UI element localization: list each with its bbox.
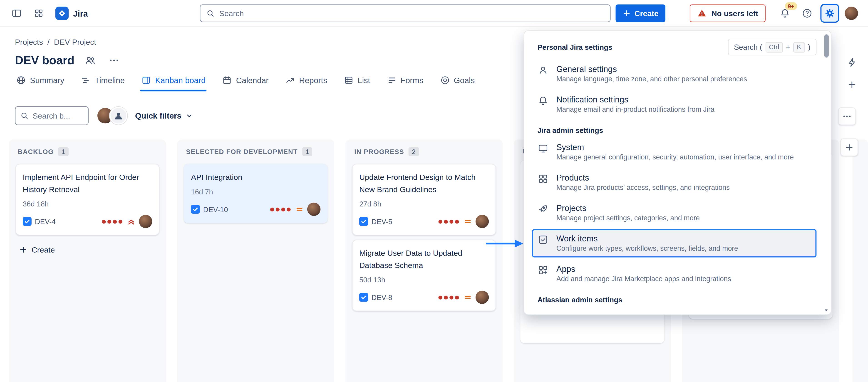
menu-item-title: Apps <box>556 263 731 275</box>
plus-icon <box>622 9 631 18</box>
task-type-icon <box>191 205 200 214</box>
no-users-left-button[interactable]: No users left <box>690 4 765 22</box>
column-title: BACKLOG <box>18 148 54 156</box>
tab-label: Calendar <box>236 76 269 85</box>
board-column-edge <box>852 139 868 382</box>
jira-brand[interactable]: Jira <box>55 4 88 22</box>
globe-icon <box>16 75 26 85</box>
tab-kanban-board[interactable]: Kanban board <box>140 73 207 88</box>
add-column-button[interactable] <box>840 138 858 156</box>
calendar-icon <box>222 75 232 85</box>
column-count-badge: 1 <box>302 147 312 156</box>
annotation-arrow <box>485 238 525 249</box>
board-more-button[interactable] <box>106 53 122 68</box>
menu-item-description: Manage language, time zone, and other pe… <box>556 75 747 84</box>
column-count-badge: 2 <box>409 147 419 156</box>
search-shortcut-suffix: ) <box>808 43 810 51</box>
card-title: Migrate User Data to Updated Database Sc… <box>359 247 489 271</box>
people-icon <box>84 54 96 67</box>
board-members-button[interactable] <box>82 52 99 69</box>
search-icon <box>206 9 215 18</box>
sidebar-toggle-icon <box>11 8 22 19</box>
dropdown-header: Personal Jira settings Search ( Ctrl + K… <box>532 38 816 60</box>
menu-item-projects[interactable]: Projects Manage project settings, catego… <box>532 199 816 227</box>
card-dev-8[interactable]: Migrate User Data to Updated Database Sc… <box>352 240 496 311</box>
app-name: Jira <box>73 9 88 18</box>
assignee-avatar[interactable] <box>307 202 321 216</box>
create-button[interactable]: Create <box>616 4 665 22</box>
card-dev-4[interactable]: Implement API Endpoint for Order History… <box>16 164 159 235</box>
sidebar-toggle-button[interactable] <box>8 4 25 22</box>
jira-admin-settings-header: Jira admin settings <box>532 121 816 138</box>
gear-icon <box>824 8 835 19</box>
column-title: IN PROGRESS <box>354 148 404 156</box>
column-create-button[interactable]: Create <box>16 240 58 260</box>
breadcrumb-projects-link[interactable]: Projects <box>15 38 43 46</box>
tab-calendar[interactable]: Calendar <box>221 73 270 88</box>
menu-item-title: Products <box>556 172 730 183</box>
plus-icon <box>844 142 854 152</box>
menu-item-description: Manage general configuration, security, … <box>556 153 794 162</box>
notifications-button[interactable]: 9+ <box>776 4 794 22</box>
menu-item-title: Notification settings <box>556 94 714 105</box>
settings-search-button[interactable]: Search ( Ctrl + K ) <box>728 39 816 56</box>
menu-item-notification-settings[interactable]: Notification settings Manage email and i… <box>532 90 816 118</box>
menu-item-apps[interactable]: Apps Add and manage Jira Marketplace app… <box>532 260 816 288</box>
title-row: DEV board <box>15 52 122 69</box>
menu-item-description: Configure work types, workflows, screens… <box>556 244 738 253</box>
card-footer: DEV-5 <box>359 215 489 228</box>
tab-forms[interactable]: Forms <box>385 73 425 88</box>
global-search-input[interactable] <box>219 9 604 18</box>
breadcrumb-project-link[interactable]: DEV Project <box>54 38 96 46</box>
quick-filters-button[interactable]: Quick filters <box>135 111 194 120</box>
card-title: API Integration <box>191 171 320 183</box>
chevron-down-icon <box>185 111 194 120</box>
scroll-down-icon[interactable] <box>823 308 829 313</box>
tab-summary[interactable]: Summary <box>15 73 65 88</box>
tab-reports[interactable]: Reports <box>284 73 328 88</box>
k-key-chip: K <box>794 42 805 52</box>
tab-label: Summary <box>30 76 64 85</box>
automation-button[interactable] <box>844 54 860 71</box>
member-avatar-generic[interactable] <box>110 107 127 124</box>
tab-timeline[interactable]: Timeline <box>80 73 126 88</box>
menu-item-products[interactable]: Products Manage Jira products' access, s… <box>532 168 816 196</box>
menu-item-description: Manage Jira products' access, settings, … <box>556 183 730 193</box>
menu-item-title: Work items <box>556 233 738 244</box>
more-horizontal-icon <box>109 55 120 66</box>
help-button[interactable] <box>798 4 816 22</box>
card-dev-5[interactable]: Update Frontend Design to Match New Bran… <box>352 164 496 235</box>
scrollbar-thumb[interactable] <box>824 34 829 58</box>
board-search[interactable] <box>15 106 89 125</box>
view-tabs: Summary Timeline Kanban board Calendar R… <box>15 73 476 88</box>
plus-icon <box>847 80 857 90</box>
profile-avatar[interactable] <box>845 7 858 22</box>
assignee-avatar[interactable] <box>475 215 489 228</box>
card-estimate: 50d 13h <box>359 276 489 284</box>
card-title: Update Frontend Design to Match New Bran… <box>359 171 489 195</box>
task-type-icon <box>359 217 368 226</box>
card-dev-10[interactable]: API Integration 16d 7h DEV-10 <box>184 164 328 223</box>
quick-filters-label: Quick filters <box>135 111 182 120</box>
assignee-avatar[interactable] <box>475 291 489 304</box>
card-footer: DEV-8 <box>359 291 489 304</box>
menu-item-system[interactable]: System Manage general configuration, sec… <box>532 138 816 166</box>
menu-item-general-settings[interactable]: General settings Manage language, time z… <box>532 60 816 88</box>
settings-button[interactable] <box>820 4 839 23</box>
global-search[interactable] <box>200 4 611 22</box>
tab-label: List <box>358 76 370 85</box>
add-view-button[interactable] <box>844 76 860 93</box>
atlassian-admin-settings-header: Atlassian admin settings <box>532 290 816 307</box>
board-search-input[interactable] <box>33 111 83 120</box>
tab-list[interactable]: List <box>343 73 371 88</box>
app-switcher-button[interactable] <box>30 4 48 22</box>
menu-item-description: Manage email and in-product notification… <box>556 105 714 115</box>
tab-label: Reports <box>299 76 327 85</box>
card-key: DEV-4 <box>35 217 56 226</box>
board-options-button[interactable] <box>838 107 856 125</box>
menu-item-work-items[interactable]: Work items Configure work types, workflo… <box>532 229 816 257</box>
assignee-avatar[interactable] <box>139 215 152 228</box>
column-title: SELECTED FOR DEVELOPMENT <box>186 148 298 156</box>
board-filters: Quick filters <box>15 106 194 125</box>
tab-goals[interactable]: Goals <box>439 73 476 88</box>
